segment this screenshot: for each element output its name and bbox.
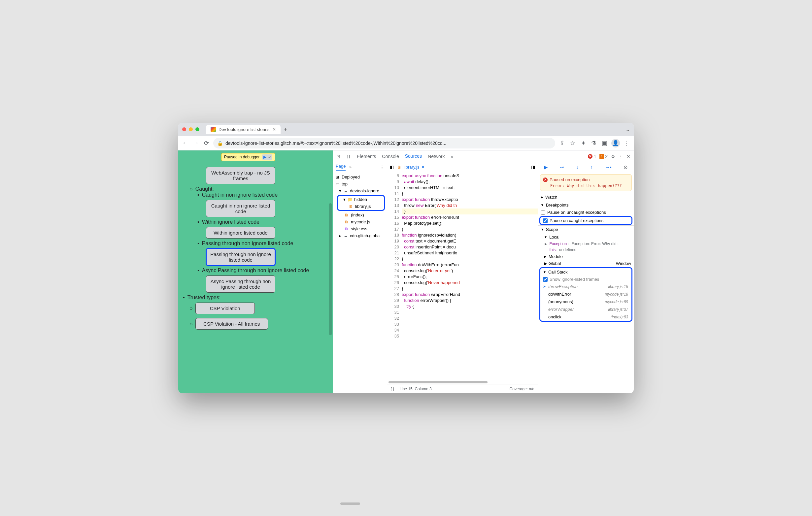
- labs-icon[interactable]: ⚗: [590, 140, 598, 147]
- more-tabs-icon[interactable]: »: [451, 154, 453, 159]
- editor-tab-library[interactable]: 🗎 library.js ✕: [397, 164, 425, 170]
- url-input[interactable]: 🔒 devtools-ignore-list-stories.glitch.me…: [213, 138, 555, 149]
- stack-frame[interactable]: (anonymous)mycode.js:89: [540, 298, 632, 305]
- maximize-window[interactable]: [195, 127, 199, 131]
- error-badge[interactable]: ✕1: [588, 154, 596, 159]
- more-nav-icon[interactable]: ⋮: [380, 164, 384, 170]
- pause-caught-checkbox[interactable]: [543, 218, 548, 223]
- step-button[interactable]: →•: [605, 164, 611, 170]
- tree-style-file[interactable]: 🗎style.css: [334, 225, 386, 232]
- btn-caught[interactable]: Caught in non ignore listed code: [206, 200, 275, 217]
- tree-deployed[interactable]: ⊞Deployed: [334, 174, 386, 180]
- reload-button[interactable]: ⟳: [203, 140, 210, 147]
- back-button[interactable]: ←: [181, 140, 189, 147]
- show-debugger-icon[interactable]: ◨: [531, 164, 535, 170]
- tree-top[interactable]: ▭top: [334, 180, 386, 187]
- paused-label: Paused in debugger: [224, 155, 259, 159]
- code-area[interactable]: 8910111213141516171819202122232425262728…: [387, 172, 538, 380]
- tree-hidden-folder[interactable]: ▾📁hidden: [338, 196, 384, 203]
- extensions-icon[interactable]: ✦: [580, 140, 587, 147]
- close-window[interactable]: [182, 127, 186, 131]
- minimize-window[interactable]: [189, 127, 193, 131]
- tree-index-file[interactable]: 🗎(index): [334, 211, 386, 218]
- stack-frame[interactable]: throwExceptionlibrary.js:15: [540, 283, 632, 290]
- breakpoints-panel[interactable]: ▼Breakpoints: [538, 201, 634, 209]
- share-icon[interactable]: ⇪: [558, 140, 566, 147]
- pause-caught-row[interactable]: Pause on caught exceptions: [539, 216, 632, 225]
- tab-network[interactable]: Network: [428, 152, 445, 161]
- devtools-tabs: ⊡ ⫿⫿ Elements Console Sources Network » …: [333, 150, 634, 162]
- btn-webassembly[interactable]: WebAssembly trap - no JS frames: [206, 167, 275, 184]
- item-passing: Passing through non ignore listed code: [197, 241, 328, 246]
- show-ignored-row[interactable]: Show ignore-listed frames: [540, 276, 632, 283]
- avatar[interactable]: 👤: [611, 139, 620, 148]
- stack-frame[interactable]: doWithErrormycode.js:18: [540, 290, 632, 298]
- titlebar: DevTools ignore list stories ✕ + ⌄: [178, 123, 634, 136]
- devtools: ⊡ ⫿⫿ Elements Console Sources Network » …: [333, 150, 634, 393]
- tree-mycode-file[interactable]: 🗎mycode.js: [334, 218, 386, 225]
- item-within: Within ignore listed code: [197, 219, 328, 225]
- panel-icon[interactable]: ▣: [601, 140, 608, 147]
- pause-title: Paused on exception: [550, 177, 589, 182]
- step-out-button[interactable]: ↑: [590, 164, 593, 170]
- close-devtools-icon[interactable]: ✕: [627, 154, 631, 159]
- show-ignored-checkbox[interactable]: [543, 277, 548, 282]
- editor-status-bar: { } Line 15, Column 3 Coverage: n/a: [387, 384, 538, 393]
- tab-sources[interactable]: Sources: [405, 151, 422, 161]
- tree-cdn[interactable]: ▸☁cdn.glitch.globa: [334, 232, 386, 239]
- close-file-icon[interactable]: ✕: [421, 164, 425, 170]
- scope-exception[interactable]: ▶ Exception: Exception: Error: Why did t: [538, 241, 634, 247]
- pause-uncaught-checkbox[interactable]: [541, 210, 545, 215]
- scope-module[interactable]: ▶Module: [538, 253, 634, 260]
- tab-console[interactable]: Console: [382, 152, 399, 161]
- page-scrollbar[interactable]: [329, 203, 332, 335]
- menu-icon[interactable]: ⋮: [623, 140, 631, 147]
- editor-hscroll[interactable]: [387, 380, 538, 384]
- btn-within[interactable]: Within ignore listed code: [206, 227, 275, 239]
- browser-tab[interactable]: DevTools ignore list stories ✕: [206, 125, 281, 134]
- watch-panel[interactable]: ▶Watch: [538, 193, 634, 201]
- page-subtab[interactable]: Page: [336, 164, 346, 171]
- scope-local[interactable]: ▼Local: [538, 233, 634, 241]
- btn-csp-all[interactable]: CSP Violation - All frames: [195, 318, 268, 330]
- navigator-subtabs: Page » ⋮: [333, 162, 387, 172]
- step-over-icon[interactable]: ⤻: [268, 155, 271, 159]
- content: Paused in debugger ▶ ⤻ WebAssembly trap …: [178, 150, 634, 393]
- step-into-button[interactable]: ↓: [576, 164, 579, 170]
- file-tree: ⊞Deployed ▭top ▾☁devtools-ignore ▾📁hidde…: [333, 172, 387, 241]
- scope-panel[interactable]: ▼Scope: [538, 226, 634, 233]
- more-icon[interactable]: ⋮: [618, 154, 623, 159]
- warning-badge[interactable]: !2: [600, 154, 608, 159]
- tree-origin[interactable]: ▾☁devtools-ignore: [334, 187, 386, 194]
- btn-csp[interactable]: CSP Violation: [195, 303, 255, 314]
- settings-icon[interactable]: ⚙: [611, 154, 615, 159]
- resume-icon[interactable]: ▶: [263, 155, 266, 159]
- callstack-panel: ▼Call Stack Show ignore-listed frames th…: [539, 267, 632, 322]
- forward-button: →: [192, 140, 199, 147]
- btn-passing[interactable]: Passing through non ignore listed code: [206, 248, 275, 266]
- tab-overflow-icon[interactable]: ⌄: [626, 126, 630, 133]
- pause-banner: ✕Paused on exception Error: Why did this…: [540, 174, 632, 191]
- close-tab-icon[interactable]: ✕: [272, 127, 276, 132]
- bookmark-icon[interactable]: ☆: [569, 140, 576, 147]
- new-tab-button[interactable]: +: [284, 126, 288, 133]
- step-over-button[interactable]: ⤻: [560, 164, 564, 170]
- debug-sidebar: ▶ ⤻ ↓ ↑ →• ⊘ ✕Paused on exception Error:…: [538, 162, 634, 393]
- deactivate-breakpoints-button[interactable]: ⊘: [624, 164, 628, 170]
- device-icon[interactable]: ⫿⫿: [346, 154, 351, 159]
- inspect-icon[interactable]: ⊡: [336, 154, 340, 159]
- debugger-controls: ▶ ⤻: [262, 154, 272, 160]
- more-subtabs-icon[interactable]: »: [349, 164, 351, 170]
- pause-uncaught-row[interactable]: Pause on uncaught exceptions: [538, 209, 634, 216]
- stack-frame[interactable]: errorWrapperlibrary.js:37: [540, 305, 632, 313]
- pretty-print-icon[interactable]: { }: [390, 387, 394, 391]
- tree-library-file[interactable]: 🗎library.js: [338, 203, 384, 210]
- paused-chip: Paused in debugger ▶ ⤻: [221, 153, 275, 161]
- tab-elements[interactable]: Elements: [357, 152, 376, 161]
- stack-frame[interactable]: onclick(index):83: [540, 313, 632, 321]
- show-navigator-icon[interactable]: ◧: [390, 164, 394, 170]
- callstack-header[interactable]: ▼Call Stack: [540, 268, 632, 276]
- resume-button[interactable]: ▶: [544, 164, 548, 170]
- scope-global[interactable]: ▶ GlobalWindow: [538, 260, 634, 267]
- btn-async[interactable]: Async Passing through non ignore listed …: [206, 275, 275, 293]
